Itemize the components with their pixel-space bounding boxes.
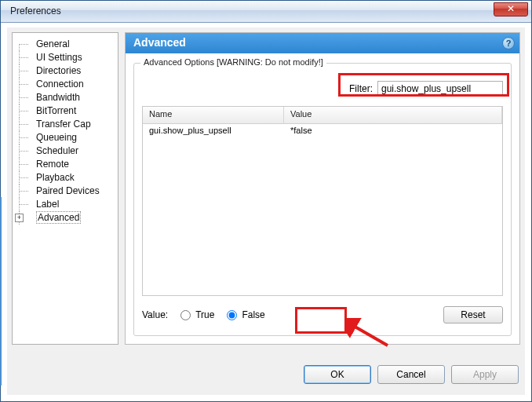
reset-button[interactable]: Reset	[443, 306, 503, 323]
tree-item-bittorrent[interactable]: BitTorrent	[14, 104, 116, 118]
options-list[interactable]: Name Value gui.show_plus_upsell *false	[142, 106, 503, 296]
apply-button: Apply	[451, 365, 519, 384]
cancel-button[interactable]: Cancel	[377, 365, 445, 384]
preferences-window: Preferences ✕ General UI Settings Direct…	[0, 0, 532, 402]
expand-icon[interactable]: +	[15, 214, 24, 222]
tree-item-connection[interactable]: Connection	[14, 78, 116, 91]
dialog-buttons: OK Cancel Apply	[304, 365, 519, 384]
tree-item-label[interactable]: Label	[14, 198, 116, 211]
window-title: Preferences	[10, 5, 61, 16]
tree-item-scheduler[interactable]: Scheduler	[14, 144, 116, 158]
titlebar: Preferences ✕	[1, 1, 531, 23]
radio-false[interactable]: False	[227, 309, 264, 320]
radio-true[interactable]: True	[180, 309, 214, 320]
list-row[interactable]: gui.show_plus_upsell *false	[143, 124, 502, 138]
radio-true-label: True	[195, 309, 214, 320]
list-header: Name Value	[143, 107, 502, 124]
tree-item-transfer-cap[interactable]: Transfer Cap	[14, 118, 116, 131]
tree-item-playback[interactable]: Playback	[14, 171, 116, 185]
ok-button[interactable]: OK	[304, 365, 371, 384]
radio-false-label: False	[242, 309, 264, 320]
radio-false-input[interactable]	[227, 310, 237, 320]
background-edge	[0, 197, 2, 386]
value-label: Value:	[142, 309, 168, 320]
col-header-name[interactable]: Name	[143, 107, 284, 123]
tree-item-directories[interactable]: Directories	[14, 64, 116, 78]
tree-item-general[interactable]: General	[14, 38, 116, 51]
tree-item-bandwidth[interactable]: Bandwidth	[14, 91, 116, 104]
radio-true-input[interactable]	[180, 310, 191, 320]
tree-item-ui-settings[interactable]: UI Settings	[14, 51, 116, 64]
groupbox-legend: Advanced Options [WARNING: Do not modify…	[140, 57, 326, 67]
close-button[interactable]: ✕	[494, 2, 528, 16]
tree-item-queueing[interactable]: Queueing	[14, 131, 116, 144]
cell-value: *false	[284, 124, 502, 138]
value-row: Value: True False Reset	[142, 304, 503, 326]
tree-item-paired-devices[interactable]: Paired Devices	[14, 185, 116, 198]
advanced-page: Advanced ? Advanced Options [WARNING: Do…	[125, 32, 520, 345]
page-title: Advanced	[133, 36, 186, 49]
help-icon[interactable]: ?	[502, 37, 515, 49]
filter-row: Filter:	[349, 81, 503, 97]
cell-name: gui.show_plus_upsell	[143, 124, 284, 138]
filter-input[interactable]	[377, 81, 503, 97]
col-header-value[interactable]: Value	[284, 107, 502, 123]
tree-item-remote[interactable]: Remote	[14, 158, 116, 171]
dialog-client: General UI Settings Directories Connecti…	[7, 27, 525, 395]
tree-item-advanced[interactable]: + Advanced	[14, 211, 116, 225]
page-header: Advanced ?	[126, 33, 519, 53]
category-tree: General UI Settings Directories Connecti…	[12, 32, 118, 345]
advanced-options-group: Advanced Options [WARNING: Do not modify…	[133, 63, 512, 336]
filter-label: Filter:	[349, 83, 373, 94]
